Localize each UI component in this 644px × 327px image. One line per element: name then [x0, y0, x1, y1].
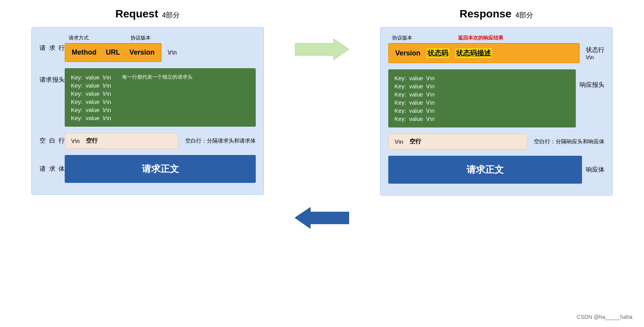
title-row: Request 4部分 Response 4部分 — [15, 8, 629, 20]
resp-header-content: Key: value \r\n Key: value \r\n Key: val… — [388, 69, 576, 127]
diagrams-row: 请求行 请求方式 协议版本 Method URL Version \r\n — [15, 27, 629, 229]
annotation-version: 协议版本 — [131, 34, 151, 41]
request-line-rn: \r\n — [168, 49, 177, 56]
request-title-group: Request 4部分 — [31, 8, 264, 20]
body-content: 请求正文 — [65, 155, 256, 183]
resp-blank-content: \r\n 空行 空白行：分隔响应头和响应体 — [388, 134, 604, 150]
resp-header-row-5: Key: value \r\n — [394, 107, 570, 114]
resp-header-row-2: Key: value \r\n — [394, 83, 570, 89]
resp-header-row-3: Key: value \r\n — [394, 91, 570, 98]
header-green-box: Key: value \r\n 每一行都代表一个独立的请求头 Key: valu… — [65, 68, 256, 127]
resp-status-desc: 状态码描述 — [455, 48, 492, 58]
header-row-1: Key: value \r\n 每一行都代表一个独立的请求头 — [71, 74, 250, 81]
right-arrow — [295, 39, 349, 60]
blank-line-content: \r\n 空行 空白行：分隔请求头和请求体 — [65, 133, 256, 149]
hrn1: \r\n — [103, 74, 111, 81]
resp-version: Version — [395, 49, 420, 57]
blank-annotation: 空白行：分隔请求头和请求体 — [185, 138, 256, 145]
svg-marker-1 — [295, 39, 349, 60]
url-label: URL — [106, 48, 120, 57]
blank-line-row: 空白行 \r\n 空行 空白行：分隔请求头和请求体 — [40, 133, 256, 149]
request-header-content: Key: value \r\n 每一行都代表一个独立的请求头 Key: valu… — [65, 68, 256, 127]
resp-status-code: 状态码 — [427, 48, 449, 58]
body-text: 请求正文 — [142, 163, 179, 175]
request-line-label: 请求行 — [40, 44, 65, 52]
resp-empty-line-box: \r\n 空行 — [388, 134, 527, 150]
annotation-resp-version: 协议版本 — [392, 34, 412, 41]
response-body-label: 响应体 — [586, 166, 604, 174]
page-container: Request 4部分 Response 4部分 请求行 请求方式 协议版本 — [0, 0, 644, 327]
response-diagram: 协议版本 返回本次的响应结果 Version 状态码 状态码描述 状态行 \r\… — [380, 27, 613, 196]
body-row: 请求体 请求正文 — [40, 155, 256, 183]
resp-header-row-4: Key: value \r\n — [394, 99, 570, 106]
annotation-resp-result: 返回本次的响应结果 — [458, 34, 503, 41]
left-arrow — [295, 207, 349, 229]
blank-label: 空行 — [86, 137, 98, 145]
resp-blank-rn: \r\n — [395, 138, 403, 145]
response-header-row: Key: value \r\n Key: value \r\n Key: val… — [388, 69, 604, 127]
header-row-3: Key: value \r\n — [71, 90, 250, 97]
status-line-row: 协议版本 返回本次的响应结果 Version 状态码 状态码描述 状态行 \r\… — [388, 34, 604, 63]
request-title: Request — [115, 8, 158, 20]
arrows-container — [295, 27, 349, 229]
body-blue-box: 请求正文 — [65, 155, 256, 183]
resp-body-text: 请求正文 — [467, 164, 504, 176]
resp-blank-line-row: \r\n 空行 空白行：分隔响应头和响应体 — [388, 134, 604, 150]
resp-body-row: 请求正文 响应体 — [388, 156, 604, 184]
annotation-method: 请求方式 — [69, 34, 89, 41]
status-line-label: 状态行 — [586, 46, 604, 54]
response-title-group: Response 4部分 — [380, 8, 613, 20]
hk1: Key: — [71, 74, 83, 81]
request-subtitle: 4部分 — [162, 10, 180, 20]
watermark: CSDN @ha_____haha — [577, 314, 632, 320]
response-line-box: Version 状态码 状态码描述 — [388, 43, 580, 63]
response-subtitle: 4部分 — [515, 10, 533, 20]
method-label: Method — [72, 48, 96, 57]
empty-line-box: \r\n 空行 — [65, 133, 178, 149]
resp-header-green-box: Key: value \r\n Key: value \r\n Key: val… — [388, 69, 576, 127]
request-diagram: 请求行 请求方式 协议版本 Method URL Version \r\n — [31, 27, 264, 195]
header-row-2: Key: value \r\n — [71, 82, 250, 89]
resp-blank-label: 空行 — [410, 138, 421, 145]
resp-header-row-6: Key: value \r\n — [394, 115, 570, 122]
header-row-5: Key: value \r\n — [71, 107, 250, 113]
request-line-box: Method URL Version — [65, 43, 162, 62]
version-label: Version — [129, 48, 155, 57]
request-header-row: 请求报头 Key: value \r\n 每一行都代表一个独立的请求头 Key:… — [40, 68, 256, 127]
header-annotation: 每一行都代表一个独立的请求头 — [122, 74, 193, 81]
blank-rn: \r\n — [71, 138, 80, 144]
header-row-6: Key: value \r\n — [71, 115, 250, 121]
resp-body-content: 请求正文 — [388, 156, 582, 184]
header-row-4: Key: value \r\n — [71, 98, 250, 105]
body-label: 请求体 — [40, 165, 65, 173]
status-rn: \r\n — [586, 54, 604, 60]
response-title: Response — [460, 8, 511, 20]
blank-line-label: 空白行 — [40, 137, 65, 145]
request-line-content: 请求方式 协议版本 Method URL Version \r\n — [65, 34, 256, 62]
resp-blank-annotation: 空白行：分隔响应头和响应体 — [534, 138, 604, 145]
response-header-label: 响应报头 — [580, 81, 604, 89]
resp-header-row-1: Key: value \r\n — [394, 75, 570, 81]
svg-marker-2 — [295, 207, 349, 229]
hv1: value — [86, 74, 100, 81]
resp-body-blue-box: 请求正文 — [388, 156, 582, 184]
request-header-label: 请求报头 — [40, 76, 65, 84]
request-line-row: 请求行 请求方式 协议版本 Method URL Version \r\n — [40, 34, 256, 62]
status-line-content: 协议版本 返回本次的响应结果 Version 状态码 状态码描述 状态行 \r\… — [388, 34, 604, 63]
